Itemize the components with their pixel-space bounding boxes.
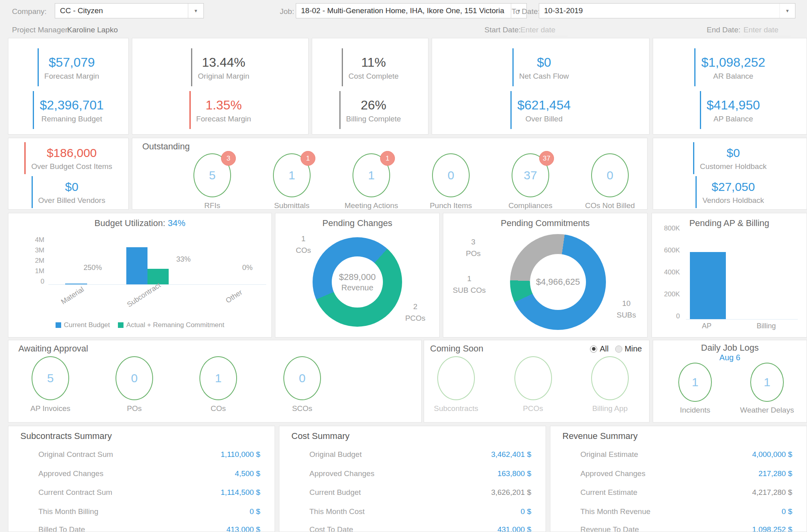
cost-complete-value: 11% bbox=[361, 54, 386, 70]
awaiting-item-cos[interactable]: 1 COs bbox=[184, 356, 252, 413]
radio-mine[interactable]: Mine bbox=[615, 344, 642, 353]
end-date-label: End Date: bbox=[707, 26, 741, 34]
pending-commitments-donut: $4,966,625 bbox=[510, 234, 606, 330]
forecast-margin-pct-value: 1.35% bbox=[205, 97, 242, 113]
pending-commitments-chart: Pending Commitments $4,966,625 3POs 1SUB… bbox=[443, 213, 648, 337]
over-billed-label: Over Billed bbox=[526, 115, 563, 123]
pending-changes-chart: Pending Changes $289,000 Revenue 1COs 2P… bbox=[275, 213, 440, 337]
cost-complete-label: Cost Complete bbox=[349, 72, 399, 81]
submittals-badge: 1 bbox=[301, 151, 315, 166]
cos-slice-label: 1COs bbox=[289, 233, 317, 256]
net-cash-flow-value: $0 bbox=[537, 54, 551, 70]
original-margin-value: 13.44% bbox=[202, 54, 245, 70]
to-date-value: 10-31-2019 bbox=[544, 6, 583, 15]
budget-utilization-chart: Budget Utilization: 34% 4M 3M 2M 1M 0 25… bbox=[8, 213, 272, 337]
job-dropdown[interactable]: 18-02 - Multi-Generation Home, IHA, Ikor… bbox=[296, 3, 527, 18]
to-date-dropdown[interactable]: 10-31-2019 ▼ bbox=[539, 3, 795, 18]
forecast-margin-label: Forecast Margin bbox=[44, 72, 99, 81]
category-material: Material bbox=[60, 285, 86, 306]
coming-soon-billing-app: Billing App bbox=[578, 356, 642, 413]
project-manager-value: Karoline Lapko bbox=[67, 26, 118, 34]
over-billed-value: $621,454 bbox=[517, 97, 570, 113]
ap-bar bbox=[690, 252, 726, 319]
meeting-actions-circle: 1 1 bbox=[353, 153, 390, 197]
category-subcontract: Subcontract bbox=[126, 281, 162, 309]
job-value: 18-02 - Multi-Generation Home, IHA, Ikor… bbox=[301, 6, 504, 15]
category-billing: Billing bbox=[757, 322, 776, 330]
budget-utilization-title: Budget Utilization: bbox=[94, 218, 165, 228]
awaiting-item-ap-invoices[interactable]: 5 AP Invoices bbox=[16, 356, 84, 413]
radio-selected-icon bbox=[590, 345, 597, 353]
awaiting-approval-card: Awaiting Approval 5 AP Invoices 0 POs 1 … bbox=[8, 340, 422, 423]
radio-all[interactable]: All bbox=[590, 344, 608, 353]
company-label: Company: bbox=[12, 7, 47, 16]
outstanding-item-compliances[interactable]: 37 37 Compliances bbox=[500, 153, 560, 210]
ar-balance-label: AR Balance bbox=[713, 72, 753, 81]
company-dropdown[interactable]: CC - Cityzen ▼ bbox=[55, 3, 204, 18]
dashboard-page: Company: CC - Cityzen ▼ Job: 18-02 - Mul… bbox=[0, 0, 807, 532]
subcontract-annotation: 33% bbox=[176, 255, 191, 264]
chevron-down-icon[interactable]: ▼ bbox=[779, 4, 795, 18]
outstanding-title: Outstanding bbox=[142, 141, 190, 152]
outstanding-item-punch-items[interactable]: 0 Punch Items bbox=[421, 153, 481, 210]
awaiting-item-scos[interactable]: 0 SCOs bbox=[268, 356, 336, 413]
daily-job-logs-title: Daily Job Logs bbox=[653, 343, 807, 353]
pending-ap-billing-chart: Pending AP & Billing 800K 600K 400K 200K… bbox=[652, 213, 807, 337]
vendors-holdback-label: Vendors Holdback bbox=[702, 196, 764, 205]
to-date-label: To Date: bbox=[512, 7, 540, 16]
legend-actual-commitment: Actual + Remaning Commitment bbox=[118, 321, 224, 329]
compliances-circle: 37 37 bbox=[512, 153, 549, 197]
sub-cos-slice-label: 1SUB COs bbox=[445, 273, 493, 296]
rfis-badge: 3 bbox=[221, 151, 236, 166]
over-billed-vendors-value: $0 bbox=[65, 179, 78, 195]
start-date-input[interactable]: Enter date bbox=[520, 25, 568, 36]
kpi-card-margins-pct: 13.44% Original Margin 1.35% Forecast Ma… bbox=[132, 38, 309, 135]
daily-logs-incidents[interactable]: 1 Incidents bbox=[667, 363, 723, 415]
remaining-budget-value: $2,396,701 bbox=[40, 97, 104, 113]
daily-job-logs-date[interactable]: Aug 6 bbox=[653, 353, 807, 362]
awaiting-item-pos[interactable]: 0 POs bbox=[100, 356, 168, 413]
pending-changes-donut: $289,000 Revenue bbox=[313, 237, 402, 327]
over-budget-label: Over Budget Cost Items bbox=[31, 162, 112, 171]
chevron-down-icon[interactable]: ▼ bbox=[188, 4, 203, 18]
net-cash-flow-label: Net Cash Flow bbox=[519, 72, 569, 81]
revenue-summary-title: Revenue Summary bbox=[562, 431, 638, 441]
over-billed-vendors-label: Over Billed Vendors bbox=[38, 196, 106, 205]
project-manager-label: Project Manager: bbox=[12, 26, 70, 34]
billing-complete-value: 26% bbox=[361, 97, 386, 113]
customer-holdback-value: $0 bbox=[727, 145, 740, 161]
ap-balance-value: $414,950 bbox=[707, 97, 760, 113]
kpi-card-margin: $57,079 Forecast Margin $2,396,701 Reman… bbox=[8, 38, 129, 135]
submittals-circle: 1 1 bbox=[273, 153, 311, 197]
job-label: Job: bbox=[280, 7, 294, 16]
forecast-margin-pct-label: Forecast Margin bbox=[196, 115, 251, 123]
holdback-card: $0 Customer Holdback $27,050 Vendors Hol… bbox=[653, 138, 807, 210]
outstanding-item-submittals[interactable]: 1 1 Submittals bbox=[262, 153, 322, 210]
customer-holdback-label: Customer Holdback bbox=[700, 162, 767, 171]
end-date-input[interactable]: Enter date bbox=[743, 25, 791, 36]
material-budget-bar bbox=[65, 284, 87, 284]
over-budget-card: $186,000 Over Budget Cost Items $0 Over … bbox=[8, 138, 129, 210]
cos-not-billed-circle: 0 bbox=[591, 153, 629, 197]
outstanding-item-meeting-actions[interactable]: 1 1 Meeting Actions bbox=[341, 153, 401, 210]
pos-slice-label: 3POs bbox=[459, 236, 487, 259]
billing-complete-label: Billing Complete bbox=[346, 115, 401, 123]
cost-summary-title: Cost Summary bbox=[291, 431, 349, 441]
coming-soon-title: Coming Soon bbox=[430, 343, 483, 354]
remaining-budget-label: Remaning Budget bbox=[41, 115, 102, 123]
ar-balance-value: $1,098,252 bbox=[701, 54, 765, 70]
start-date-label: Start Date: bbox=[484, 26, 521, 34]
legend-current-budget: Current Budget bbox=[56, 321, 110, 329]
coming-soon-card: Coming Soon All Mine Subcontracts PCOs B… bbox=[424, 340, 650, 423]
outstanding-item-rfis[interactable]: 5 3 RFIs bbox=[182, 153, 242, 210]
vendors-holdback-value: $27,050 bbox=[711, 179, 755, 195]
cost-summary-card: Cost Summary Original Budget 3,462,401 $… bbox=[279, 426, 546, 532]
ap-balance-label: AP Balance bbox=[713, 115, 753, 123]
daily-logs-weather-delays[interactable]: 1 Weather Delays bbox=[739, 363, 795, 415]
revenue-summary-card: Revenue Summary Original Estimate 4,000,… bbox=[550, 426, 807, 532]
outstanding-item-cos-not-billed[interactable]: 0 COs Not Billed bbox=[580, 153, 640, 210]
kpi-card-complete: 11% Cost Complete 26% Billing Complete bbox=[312, 38, 428, 135]
subcontract-budget-bar bbox=[126, 247, 147, 284]
budget-utilization-pct: 34% bbox=[168, 218, 185, 228]
category-ap: AP bbox=[702, 322, 711, 330]
